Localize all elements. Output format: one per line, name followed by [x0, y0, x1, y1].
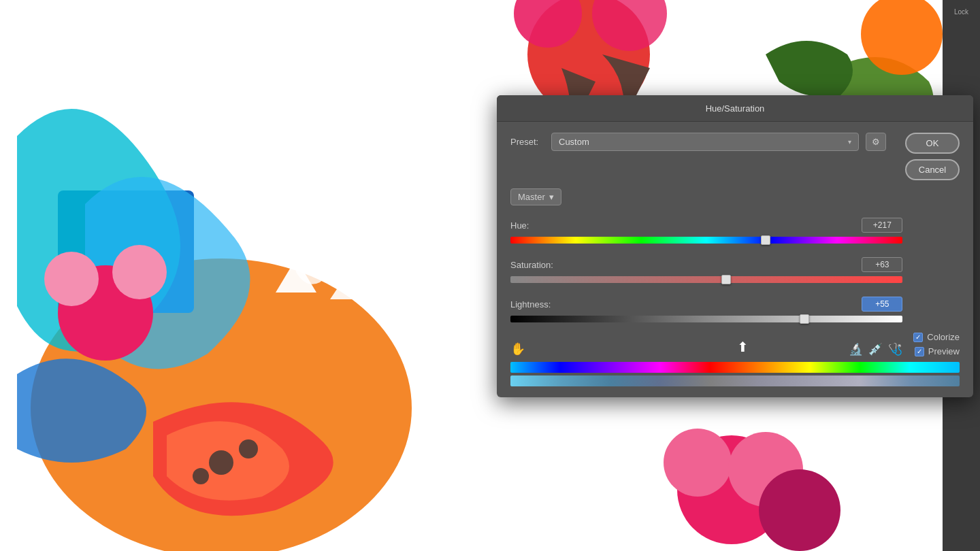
preview-checkmark-icon: ✓: [917, 348, 922, 355]
lightness-value[interactable]: +55: [862, 297, 902, 312]
main-area: Master ▾ Hue: +217: [510, 188, 960, 356]
colorize-checkbox[interactable]: ✓: [913, 333, 923, 342]
lightness-gradient: [510, 316, 902, 322]
action-buttons: OK Cancel: [905, 133, 960, 180]
lightness-slider-row: Lightness: +55: [510, 297, 902, 325]
gear-button[interactable]: ⚙: [866, 133, 886, 151]
master-row: Master ▾: [510, 188, 902, 205]
cancel-button[interactable]: Cancel: [905, 159, 960, 180]
hue-slider-header: Hue: +217: [510, 218, 902, 233]
master-label: Master: [518, 192, 545, 202]
preview-checkbox[interactable]: ✓: [915, 347, 924, 356]
saturation-slider-track[interactable]: [510, 276, 902, 286]
lightness-label: Lightness:: [510, 299, 572, 310]
svg-point-10: [193, 468, 209, 484]
svg-point-9: [239, 439, 258, 458]
svg-point-14: [759, 469, 840, 551]
gear-icon: ⚙: [872, 137, 880, 147]
hue-gradient: [510, 237, 902, 244]
eyedropper-icon: 🔬: [849, 343, 863, 356]
dropdown-arrow-icon: ▾: [848, 138, 851, 146]
rainbow-spectrum-bar: [510, 362, 960, 373]
hue-slider-track[interactable]: [510, 237, 902, 246]
svg-point-8: [209, 450, 233, 475]
svg-marker-17: [330, 269, 371, 299]
bottom-toolbar: ✋ 🔬 💉 🩺: [510, 336, 902, 356]
eyedropper-button[interactable]: 🔬: [849, 342, 863, 356]
saturation-label: Saturation:: [510, 260, 572, 270]
eyedropper-subtract-button[interactable]: 🩺: [888, 342, 902, 356]
eyedropper-group: 🔬 💉 🩺: [849, 342, 902, 356]
lightness-slider-header: Lightness: +55: [510, 297, 902, 312]
lightness-slider-track[interactable]: [510, 316, 902, 325]
saturation-slider-header: Saturation: +63: [510, 257, 902, 272]
saturation-gradient: [510, 276, 902, 283]
dialog-titlebar: Hue/Saturation: [497, 95, 973, 122]
svg-point-12: [664, 429, 732, 497]
colorize-label: Colorize: [927, 332, 960, 342]
eyedropper-add-icon: 💉: [868, 343, 883, 356]
saturation-thumb[interactable]: [721, 275, 731, 284]
dialog-content: Preset: Custom ▾ ⚙ OK Cancel: [497, 122, 973, 397]
preset-dropdown[interactable]: Custom ▾: [551, 133, 859, 151]
lightness-thumb[interactable]: [800, 314, 809, 324]
preview-checkbox-row[interactable]: ✓ Preview: [915, 346, 960, 356]
eyedropper-add-button[interactable]: 💉: [868, 342, 883, 356]
preset-value: Custom: [559, 137, 589, 147]
hue-thumb[interactable]: [761, 235, 770, 245]
hue-slider-row: Hue: +217: [510, 218, 902, 246]
master-dropdown[interactable]: Master ▾: [510, 188, 561, 205]
eyedropper-subtract-icon: 🩺: [888, 343, 902, 356]
master-dropdown-arrow-icon: ▾: [549, 192, 554, 202]
sliders-area: Master ▾ Hue: +217: [510, 188, 902, 356]
dialog-title: Hue/Saturation: [706, 103, 765, 114]
hue-value[interactable]: +217: [862, 218, 902, 233]
spectrum-bars: [510, 362, 960, 386]
lock-label: Lock: [954, 8, 968, 16]
checkboxes-area: ✓ Colorize ✓ Preview: [913, 291, 960, 356]
hue-label: Hue:: [510, 220, 572, 231]
saturation-slider-row: Saturation: +63: [510, 257, 902, 286]
preview-label: Preview: [928, 346, 960, 356]
result-spectrum-bar: [510, 375, 960, 386]
preset-row: Preset: Custom ▾ ⚙: [510, 133, 886, 151]
colorize-checkbox-row[interactable]: ✓ Colorize: [913, 332, 960, 342]
svg-point-7: [112, 245, 167, 299]
ok-button[interactable]: OK: [905, 133, 960, 154]
svg-point-6: [44, 252, 99, 306]
saturation-value[interactable]: +63: [862, 257, 902, 272]
preset-label: Preset:: [510, 137, 544, 147]
hand-tool-icon[interactable]: ✋: [510, 341, 525, 356]
colorize-checkmark-icon: ✓: [915, 333, 921, 341]
hue-saturation-dialog: Hue/Saturation Preset: Custom ▾ ⚙: [497, 95, 973, 397]
